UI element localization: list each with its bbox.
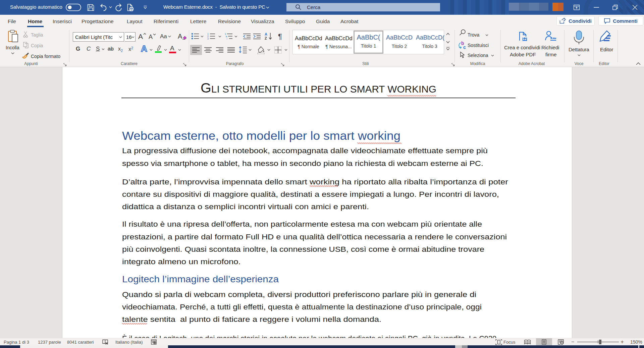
svg-text:A: A — [265, 32, 267, 36]
svg-text:2: 2 — [207, 35, 209, 38]
svg-text:1: 1 — [207, 33, 209, 35]
svg-text:a: a — [226, 35, 227, 38]
svg-text:c: c — [463, 45, 466, 50]
svg-text:i: i — [227, 38, 227, 40]
svg-text:Z: Z — [265, 36, 267, 40]
svg-text:1: 1 — [225, 33, 226, 35]
svg-text:3: 3 — [207, 38, 209, 40]
